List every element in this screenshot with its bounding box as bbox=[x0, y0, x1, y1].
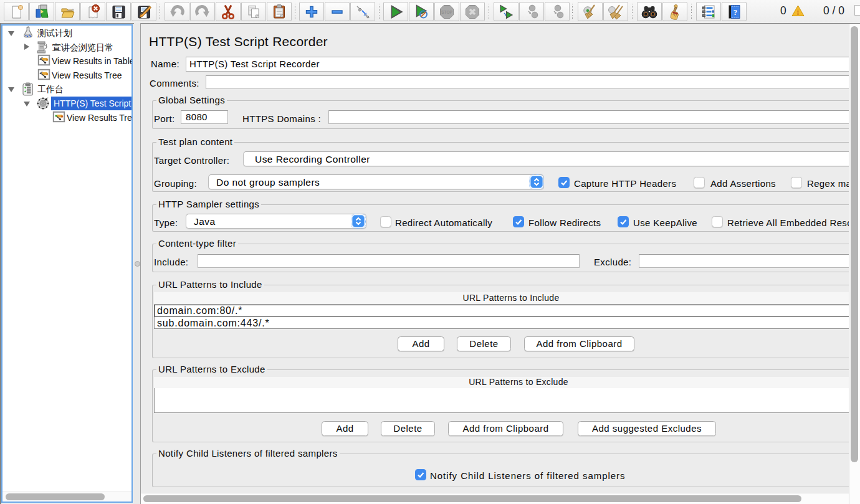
svg-text:?: ? bbox=[733, 7, 738, 17]
svg-text:STOP: STOP bbox=[441, 10, 452, 14]
